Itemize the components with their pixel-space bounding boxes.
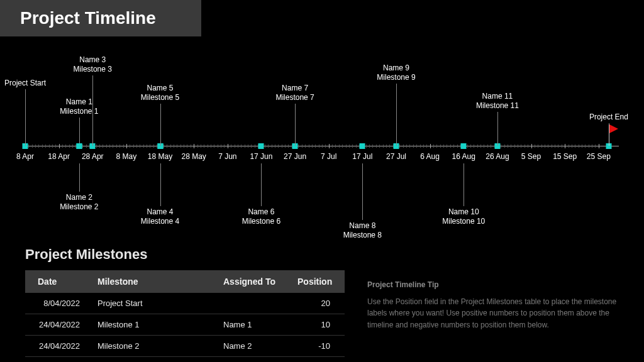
axis-minor-tick — [275, 145, 275, 148]
axis-minor-tick — [552, 145, 552, 148]
table-row[interactable]: 24/04/2022Milestone 2Name 2-10 — [25, 336, 345, 357]
milestone-label: Name 9Milestone 9 — [377, 63, 415, 82]
axis-minor-tick — [251, 145, 252, 148]
axis-minor-tick — [298, 145, 299, 148]
axis-minor-tick — [447, 145, 447, 148]
axis-tick-label: 16 Aug — [452, 152, 475, 161]
axis-minor-tick — [231, 145, 231, 148]
axis-minor-tick — [413, 145, 414, 148]
axis-minor-tick — [224, 145, 225, 148]
axis-minor-tick — [52, 145, 53, 148]
axis-minor-tick — [346, 145, 347, 148]
axis-minor-tick — [383, 145, 384, 148]
axis-minor-tick — [332, 145, 333, 148]
axis-minor-tick — [248, 145, 248, 148]
axis-minor-tick — [285, 145, 286, 148]
col-header-position: Position — [291, 270, 341, 293]
axis-minor-tick — [558, 145, 558, 148]
table-row[interactable]: 24/04/2022Milestone 1Name 110 — [25, 314, 345, 336]
cell-position: 10 — [291, 314, 341, 336]
axis-minor-tick — [423, 145, 424, 148]
axis-minor-tick — [133, 145, 134, 148]
axis-minor-tick — [548, 145, 548, 148]
col-header-milestone: Milestone — [91, 270, 217, 293]
axis-minor-tick — [555, 145, 555, 148]
axis-minor-tick — [245, 145, 245, 148]
tip-title: Project Timeline Tip — [367, 279, 625, 291]
axis-minor-tick — [376, 145, 377, 148]
axis-minor-tick — [116, 145, 117, 148]
axis-minor-tick — [453, 145, 454, 148]
axis-minor-tick — [69, 145, 70, 148]
axis-minor-tick — [235, 145, 235, 148]
milestone-stem — [160, 104, 161, 146]
axis-minor-tick — [518, 145, 518, 148]
axis-minor-tick — [197, 145, 198, 148]
timeline-chart: 8 Apr18 Apr28 Apr8 May18 May28 May7 Jun1… — [25, 44, 619, 233]
axis-tick — [126, 144, 127, 148]
axis-minor-tick — [521, 145, 521, 148]
axis-minor-tick — [511, 145, 511, 148]
milestone-marker — [360, 143, 365, 149]
axis-minor-tick — [579, 145, 579, 148]
axis-minor-tick — [288, 145, 289, 148]
axis-minor-tick — [109, 145, 110, 148]
axis-minor-tick — [184, 145, 184, 148]
col-header-date: Date — [25, 270, 91, 293]
axis-minor-tick — [335, 145, 336, 148]
axis-minor-tick — [389, 145, 390, 148]
axis-minor-tick — [386, 145, 387, 148]
axis-minor-tick — [319, 145, 319, 148]
axis-tick-label: 8 May — [116, 152, 137, 161]
milestone-marker — [461, 143, 467, 149]
table-row[interactable]: 8/04/2022Project Start20 — [25, 293, 345, 314]
cell-assigned: Name 1 — [217, 314, 291, 336]
axis-tick-label: 26 Aug — [486, 152, 509, 161]
axis-minor-tick — [119, 145, 120, 148]
axis-minor-tick — [592, 145, 592, 148]
axis-minor-tick — [278, 145, 279, 148]
cell-milestone: Project Start — [91, 292, 217, 315]
axis-minor-tick — [103, 145, 103, 148]
axis-minor-tick — [440, 145, 441, 148]
axis-minor-tick — [342, 145, 343, 148]
milestones-table: Date Milestone Assigned To Position 8/04… — [25, 270, 345, 357]
milestone-marker — [76, 143, 82, 149]
milestone-label: Name 11Milestone 11 — [476, 92, 519, 111]
milestone-stem — [261, 163, 262, 206]
table-header-row: Date Milestone Assigned To Position — [25, 270, 345, 293]
axis-minor-tick — [167, 145, 167, 148]
axis-minor-tick — [403, 145, 404, 148]
page-title: Project Timeline — [20, 8, 156, 28]
milestone-marker — [258, 143, 264, 149]
axis-minor-tick — [153, 145, 154, 148]
axis-minor-tick — [325, 145, 326, 148]
axis-tick — [59, 144, 60, 148]
axis-minor-tick — [106, 145, 107, 148]
cell-date: 8/04/2022 — [25, 292, 91, 315]
axis-minor-tick — [416, 145, 417, 148]
axis-tick-label: 18 May — [148, 152, 172, 161]
axis-minor-tick — [208, 145, 208, 148]
axis-minor-tick — [130, 145, 130, 148]
milestone-label: Name 2Milestone 2 — [60, 193, 98, 212]
cell-milestone: Milestone 2 — [91, 335, 217, 358]
axis-minor-tick — [170, 145, 171, 148]
milestone-label: Name 8Milestone 8 — [343, 221, 382, 240]
axis-minor-tick — [406, 145, 407, 148]
axis-minor-tick — [42, 145, 43, 148]
axis-tick-label: 28 Apr — [82, 152, 104, 161]
axis-tick-label: 8 Apr — [16, 152, 34, 161]
axis-tick-label: 25 Sep — [587, 152, 611, 161]
axis-minor-tick — [508, 145, 508, 148]
axis-minor-tick — [484, 145, 484, 148]
axis-minor-tick — [420, 145, 421, 148]
axis-tick — [565, 144, 565, 148]
axis-minor-tick — [470, 145, 471, 148]
axis-minor-tick — [379, 145, 380, 148]
cell-date: 24/04/2022 — [25, 314, 91, 336]
axis-minor-tick — [140, 145, 140, 148]
axis-minor-tick — [45, 145, 46, 148]
axis-minor-tick — [480, 145, 481, 148]
axis-minor-tick — [589, 145, 589, 148]
